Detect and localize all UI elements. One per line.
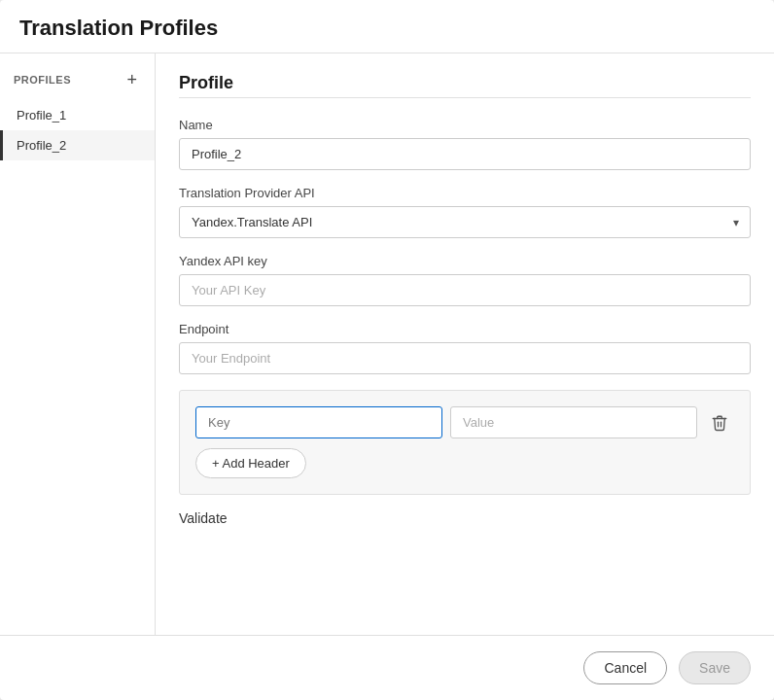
trash-icon: [711, 414, 728, 432]
api-key-field-group: Yandex API key: [179, 254, 751, 306]
save-button[interactable]: Save: [679, 651, 751, 684]
header-row: [195, 406, 734, 438]
value-input[interactable]: [450, 406, 697, 438]
sidebar: PROFILES + Profile_1 Profile_2: [0, 53, 156, 635]
validate-section: Validate: [179, 510, 751, 526]
name-input[interactable]: [179, 138, 751, 170]
endpoint-input[interactable]: [179, 342, 751, 374]
dialog-footer: Cancel Save: [0, 635, 774, 700]
dialog-title: Translation Profiles: [19, 16, 755, 41]
add-header-button[interactable]: + Add Header: [195, 448, 306, 478]
provider-label: Translation Provider API: [179, 186, 751, 200]
sidebar-item-profile1[interactable]: Profile_1: [0, 100, 155, 130]
add-profile-button[interactable]: +: [123, 69, 141, 90]
dialog-body: PROFILES + Profile_1 Profile_2 Profile N…: [0, 53, 774, 635]
provider-select[interactable]: Yandex.Translate API Google Translate AP…: [179, 206, 751, 238]
provider-select-wrapper: Yandex.Translate API Google Translate AP…: [179, 206, 751, 238]
cancel-button[interactable]: Cancel: [583, 651, 667, 684]
endpoint-label: Endpoint: [179, 322, 751, 336]
validate-label: Validate: [179, 510, 751, 526]
headers-section: + Add Header: [179, 390, 751, 495]
delete-header-button[interactable]: [705, 410, 734, 436]
api-key-label: Yandex API key: [179, 254, 751, 268]
endpoint-field-group: Endpoint: [179, 322, 751, 374]
translation-profiles-dialog: Translation Profiles PROFILES + Profile_…: [0, 0, 774, 700]
sidebar-item-profile2[interactable]: Profile_2: [0, 130, 155, 160]
provider-field-group: Translation Provider API Yandex.Translat…: [179, 186, 751, 238]
add-icon: +: [126, 71, 137, 88]
key-input[interactable]: [195, 406, 442, 438]
profile1-label: Profile_1: [17, 108, 66, 122]
add-header-wrapper: + Add Header: [195, 448, 734, 478]
sidebar-header: PROFILES +: [0, 69, 155, 100]
profile2-label: Profile_2: [17, 138, 66, 153]
dialog-header: Translation Profiles: [0, 0, 774, 53]
main-content: Profile Name Translation Provider API Ya…: [156, 53, 774, 635]
profiles-section-label: PROFILES: [14, 74, 71, 86]
profile-section-header: Profile: [179, 73, 751, 98]
name-label: Name: [179, 118, 751, 132]
name-field-group: Name: [179, 118, 751, 170]
api-key-input[interactable]: [179, 274, 751, 306]
